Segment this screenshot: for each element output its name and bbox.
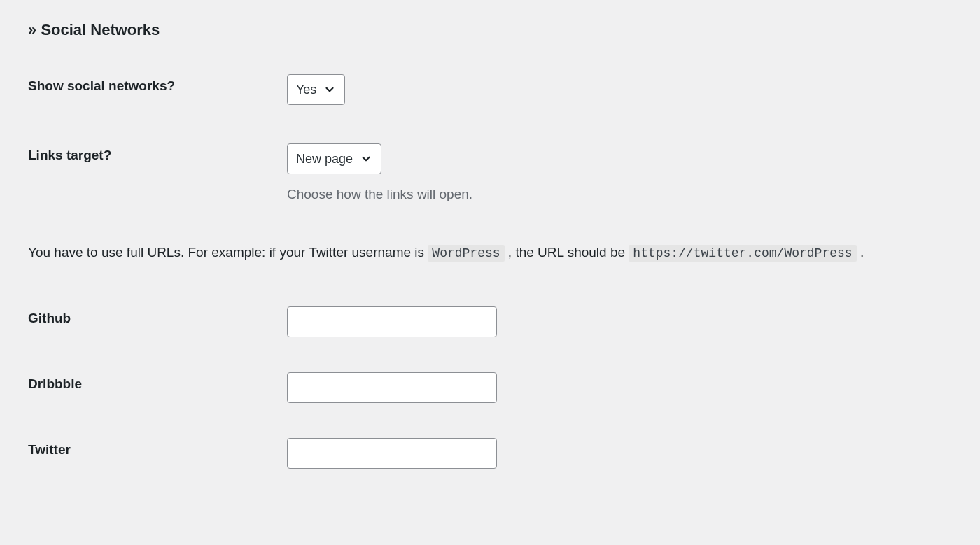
control-show-social: Yes <box>287 74 952 105</box>
control-links-target: New page Choose how the links will open. <box>287 143 952 202</box>
chevron-down-icon <box>323 83 336 96</box>
input-dribbble[interactable] <box>287 372 497 403</box>
row-twitter: Twitter <box>28 438 952 469</box>
select-show-social[interactable]: Yes <box>287 74 345 105</box>
row-show-social: Show social networks? Yes <box>28 74 952 105</box>
input-github[interactable] <box>287 306 497 337</box>
row-links-target: Links target? New page Choose how the li… <box>28 143 952 202</box>
desc-part2: , the URL should be <box>508 245 629 260</box>
control-twitter <box>287 438 952 469</box>
control-dribbble <box>287 372 952 403</box>
label-show-social: Show social networks? <box>28 74 287 94</box>
section-title: » Social Networks <box>28 21 952 39</box>
help-links-target: Choose how the links will open. <box>287 187 952 202</box>
chevron-down-icon <box>360 153 372 165</box>
section-title-prefix: » <box>28 21 36 38</box>
desc-part3: . <box>860 245 864 260</box>
row-dribbble: Dribbble <box>28 372 952 403</box>
select-show-social-value: Yes <box>296 83 316 97</box>
label-twitter: Twitter <box>28 438 287 458</box>
desc-part1: You have to use full URLs. For example: … <box>28 245 428 260</box>
input-twitter[interactable] <box>287 438 497 469</box>
select-links-target-value: New page <box>296 152 353 167</box>
select-links-target[interactable]: New page <box>287 143 382 174</box>
url-description: You have to use full URLs. For example: … <box>28 241 952 264</box>
label-github: Github <box>28 306 287 326</box>
label-links-target: Links target? <box>28 143 287 163</box>
control-github <box>287 306 952 337</box>
label-dribbble: Dribbble <box>28 372 287 392</box>
desc-code-url: https://twitter.com/WordPress <box>629 245 856 262</box>
desc-code-username: WordPress <box>428 245 504 262</box>
section-title-text: Social Networks <box>41 21 160 38</box>
row-github: Github <box>28 306 952 337</box>
